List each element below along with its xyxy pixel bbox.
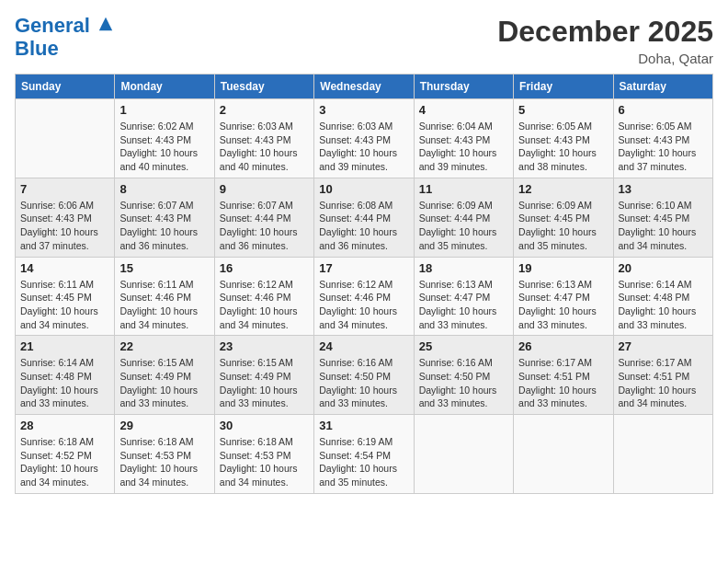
calendar-cell: 23Sunrise: 6:15 AM Sunset: 4:49 PM Dayli… [214, 336, 313, 415]
week-row-5: 28Sunrise: 6:18 AM Sunset: 4:52 PM Dayli… [16, 415, 713, 494]
day-number: 25 [419, 339, 508, 353]
col-header-thursday: Thursday [414, 75, 513, 99]
day-info: Sunrise: 6:05 AM Sunset: 4:43 PM Dayligh… [619, 120, 708, 174]
day-info: Sunrise: 6:11 AM Sunset: 4:46 PM Dayligh… [119, 278, 209, 332]
calendar-cell: 25Sunrise: 6:16 AM Sunset: 4:50 PM Dayli… [414, 336, 513, 415]
day-number: 15 [119, 261, 209, 275]
day-number: 31 [319, 419, 408, 432]
day-info: Sunrise: 6:07 AM Sunset: 4:43 PM Dayligh… [119, 199, 209, 253]
day-info: Sunrise: 6:04 AM Sunset: 4:43 PM Dayligh… [419, 120, 508, 174]
calendar-cell: 17Sunrise: 6:12 AM Sunset: 4:46 PM Dayli… [314, 257, 414, 336]
day-info: Sunrise: 6:12 AM Sunset: 4:46 PM Dayligh… [220, 278, 309, 332]
day-info: Sunrise: 6:07 AM Sunset: 4:44 PM Dayligh… [220, 199, 309, 253]
day-number: 2 [220, 103, 309, 117]
calendar-cell: 3Sunrise: 6:03 AM Sunset: 4:43 PM Daylig… [314, 99, 414, 178]
day-number: 20 [619, 261, 708, 275]
day-info: Sunrise: 6:18 AM Sunset: 4:53 PM Dayligh… [119, 435, 209, 489]
page-header: General Blue December 2025 Doha, Qatar [15, 15, 713, 66]
svg-marker-0 [99, 17, 112, 30]
day-number: 1 [119, 103, 209, 117]
day-number: 22 [119, 339, 209, 353]
day-info: Sunrise: 6:05 AM Sunset: 4:43 PM Dayligh… [518, 120, 608, 174]
calendar-cell: 21Sunrise: 6:14 AM Sunset: 4:48 PM Dayli… [16, 336, 115, 415]
day-info: Sunrise: 6:11 AM Sunset: 4:45 PM Dayligh… [20, 278, 109, 332]
day-number: 27 [619, 339, 708, 353]
day-info: Sunrise: 6:06 AM Sunset: 4:43 PM Dayligh… [20, 199, 109, 253]
calendar-cell: 11Sunrise: 6:09 AM Sunset: 4:44 PM Dayli… [414, 178, 513, 257]
calendar-cell: 15Sunrise: 6:11 AM Sunset: 4:46 PM Dayli… [115, 257, 214, 336]
day-info: Sunrise: 6:18 AM Sunset: 4:53 PM Dayligh… [220, 435, 309, 489]
day-number: 9 [220, 182, 309, 196]
col-header-monday: Monday [115, 75, 214, 99]
calendar-cell: 6Sunrise: 6:05 AM Sunset: 4:43 PM Daylig… [613, 99, 712, 178]
calendar-cell: 14Sunrise: 6:11 AM Sunset: 4:45 PM Dayli… [16, 257, 115, 336]
col-header-tuesday: Tuesday [214, 75, 313, 99]
day-number: 11 [419, 182, 508, 196]
logo-text: General [15, 15, 114, 37]
day-info: Sunrise: 6:16 AM Sunset: 4:50 PM Dayligh… [419, 356, 508, 410]
location: Doha, Qatar [497, 51, 713, 66]
day-number: 28 [20, 419, 109, 432]
calendar-cell: 26Sunrise: 6:17 AM Sunset: 4:51 PM Dayli… [514, 336, 613, 415]
day-info: Sunrise: 6:19 AM Sunset: 4:54 PM Dayligh… [319, 435, 408, 489]
day-info: Sunrise: 6:02 AM Sunset: 4:43 PM Dayligh… [119, 120, 209, 174]
calendar-cell [613, 415, 712, 494]
day-number: 8 [119, 182, 209, 196]
col-header-wednesday: Wednesday [314, 75, 414, 99]
calendar-cell [16, 99, 115, 178]
month-title: December 2025 [497, 15, 713, 49]
day-info: Sunrise: 6:12 AM Sunset: 4:46 PM Dayligh… [319, 278, 408, 332]
day-info: Sunrise: 6:15 AM Sunset: 4:49 PM Dayligh… [119, 356, 209, 410]
week-row-2: 7Sunrise: 6:06 AM Sunset: 4:43 PM Daylig… [16, 178, 713, 257]
calendar-cell: 9Sunrise: 6:07 AM Sunset: 4:44 PM Daylig… [214, 178, 313, 257]
calendar-cell: 27Sunrise: 6:17 AM Sunset: 4:51 PM Dayli… [613, 336, 712, 415]
week-row-4: 21Sunrise: 6:14 AM Sunset: 4:48 PM Dayli… [16, 336, 713, 415]
day-info: Sunrise: 6:08 AM Sunset: 4:44 PM Dayligh… [319, 199, 408, 253]
day-info: Sunrise: 6:16 AM Sunset: 4:50 PM Dayligh… [319, 356, 408, 410]
day-info: Sunrise: 6:14 AM Sunset: 4:48 PM Dayligh… [619, 278, 708, 332]
day-number: 4 [419, 103, 508, 117]
calendar-cell: 12Sunrise: 6:09 AM Sunset: 4:45 PM Dayli… [514, 178, 613, 257]
col-header-saturday: Saturday [613, 75, 712, 99]
calendar-cell: 19Sunrise: 6:13 AM Sunset: 4:47 PM Dayli… [514, 257, 613, 336]
logo-blue: Blue [15, 37, 59, 61]
day-number: 10 [319, 182, 408, 196]
title-block: December 2025 Doha, Qatar [497, 15, 713, 66]
day-number: 23 [220, 339, 309, 353]
day-number: 12 [518, 182, 608, 196]
day-number: 26 [518, 339, 608, 353]
calendar-body: 1Sunrise: 6:02 AM Sunset: 4:43 PM Daylig… [16, 99, 713, 494]
day-number: 7 [20, 182, 109, 196]
calendar-cell: 4Sunrise: 6:04 AM Sunset: 4:43 PM Daylig… [414, 99, 513, 178]
day-number: 29 [119, 419, 209, 432]
day-number: 5 [518, 103, 608, 117]
col-header-friday: Friday [514, 75, 613, 99]
calendar-cell: 22Sunrise: 6:15 AM Sunset: 4:49 PM Dayli… [115, 336, 214, 415]
calendar-table: SundayMondayTuesdayWednesdayThursdayFrid… [15, 74, 713, 494]
calendar-header-row: SundayMondayTuesdayWednesdayThursdayFrid… [16, 75, 713, 99]
calendar-cell: 18Sunrise: 6:13 AM Sunset: 4:47 PM Dayli… [414, 257, 513, 336]
day-number: 24 [319, 339, 408, 353]
day-info: Sunrise: 6:14 AM Sunset: 4:48 PM Dayligh… [20, 356, 109, 410]
calendar-cell: 10Sunrise: 6:08 AM Sunset: 4:44 PM Dayli… [314, 178, 414, 257]
day-info: Sunrise: 6:15 AM Sunset: 4:49 PM Dayligh… [220, 356, 309, 410]
day-number: 13 [619, 182, 708, 196]
logo: General Blue [15, 15, 114, 61]
day-number: 21 [20, 339, 109, 353]
calendar-cell: 2Sunrise: 6:03 AM Sunset: 4:43 PM Daylig… [214, 99, 313, 178]
calendar-cell: 8Sunrise: 6:07 AM Sunset: 4:43 PM Daylig… [115, 178, 214, 257]
day-number: 18 [419, 261, 508, 275]
day-info: Sunrise: 6:09 AM Sunset: 4:45 PM Dayligh… [518, 199, 608, 253]
day-number: 17 [319, 261, 408, 275]
day-number: 14 [20, 261, 109, 275]
calendar-cell: 24Sunrise: 6:16 AM Sunset: 4:50 PM Dayli… [314, 336, 414, 415]
calendar-cell: 20Sunrise: 6:14 AM Sunset: 4:48 PM Dayli… [613, 257, 712, 336]
calendar-cell [414, 415, 513, 494]
day-info: Sunrise: 6:13 AM Sunset: 4:47 PM Dayligh… [518, 278, 608, 332]
calendar-cell: 31Sunrise: 6:19 AM Sunset: 4:54 PM Dayli… [314, 415, 414, 494]
day-info: Sunrise: 6:09 AM Sunset: 4:44 PM Dayligh… [419, 199, 508, 253]
day-number: 3 [319, 103, 408, 117]
week-row-3: 14Sunrise: 6:11 AM Sunset: 4:45 PM Dayli… [16, 257, 713, 336]
day-info: Sunrise: 6:10 AM Sunset: 4:45 PM Dayligh… [619, 199, 708, 253]
calendar-cell [514, 415, 613, 494]
